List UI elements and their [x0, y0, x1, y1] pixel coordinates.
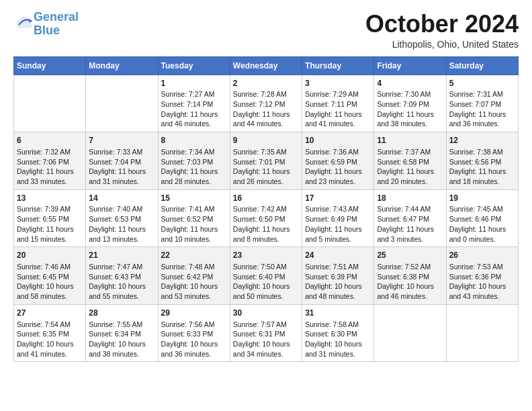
day-number: 7 [89, 135, 154, 146]
day-number: 28 [89, 308, 154, 319]
weekday-header-row: SundayMondayTuesdayWednesdayThursdayFrid… [14, 56, 519, 75]
day-number: 1 [161, 78, 227, 89]
calendar-day-cell: 19Sunrise: 7:45 AM Sunset: 6:46 PM Dayli… [446, 189, 518, 247]
day-detail: Sunrise: 7:36 AM Sunset: 6:59 PM Dayligh… [305, 147, 371, 187]
day-number: 5 [449, 78, 515, 89]
calendar-day-cell: 2Sunrise: 7:28 AM Sunset: 7:12 PM Daylig… [230, 75, 302, 132]
day-detail: Sunrise: 7:43 AM Sunset: 6:49 PM Dayligh… [305, 204, 371, 244]
day-detail: Sunrise: 7:32 AM Sunset: 7:06 PM Dayligh… [17, 147, 83, 187]
calendar-day-cell: 17Sunrise: 7:43 AM Sunset: 6:49 PM Dayli… [302, 189, 374, 247]
calendar-day-cell [86, 75, 158, 132]
calendar-day-cell [14, 75, 86, 132]
day-detail: Sunrise: 7:28 AM Sunset: 7:12 PM Dayligh… [233, 89, 299, 129]
day-detail: Sunrise: 7:27 AM Sunset: 7:14 PM Dayligh… [161, 89, 227, 129]
location: Lithopolis, Ohio, United States [365, 39, 519, 50]
weekday-header: Saturday [446, 56, 518, 75]
day-detail: Sunrise: 7:42 AM Sunset: 6:50 PM Dayligh… [233, 204, 299, 244]
calendar-day-cell: 23Sunrise: 7:50 AM Sunset: 6:40 PM Dayli… [230, 247, 302, 305]
day-detail: Sunrise: 7:52 AM Sunset: 6:38 PM Dayligh… [377, 262, 443, 302]
calendar-day-cell: 8Sunrise: 7:34 AM Sunset: 7:03 PM Daylig… [158, 132, 230, 190]
day-detail: Sunrise: 7:58 AM Sunset: 6:30 PM Dayligh… [305, 320, 371, 359]
calendar-day-cell: 4Sunrise: 7:30 AM Sunset: 7:09 PM Daylig… [374, 75, 446, 132]
weekday-header: Friday [374, 56, 446, 75]
day-number: 10 [305, 135, 371, 146]
page: General Blue October 2024 Lithopolis, Oh… [0, 0, 532, 373]
day-number: 9 [233, 135, 299, 146]
day-number: 3 [305, 78, 371, 89]
day-number: 21 [89, 250, 154, 261]
logo-icon [15, 13, 34, 32]
day-detail: Sunrise: 7:35 AM Sunset: 7:01 PM Dayligh… [233, 147, 299, 187]
header: General Blue October 2024 Lithopolis, Oh… [13, 11, 519, 50]
day-detail: Sunrise: 7:33 AM Sunset: 7:04 PM Dayligh… [89, 147, 154, 187]
day-detail: Sunrise: 7:46 AM Sunset: 6:45 PM Dayligh… [17, 262, 83, 302]
calendar-week-row: 20Sunrise: 7:46 AM Sunset: 6:45 PM Dayli… [14, 247, 519, 305]
day-number: 30 [233, 308, 299, 319]
calendar-day-cell: 31Sunrise: 7:58 AM Sunset: 6:30 PM Dayli… [302, 304, 374, 362]
day-detail: Sunrise: 7:53 AM Sunset: 6:36 PM Dayligh… [449, 262, 515, 302]
day-detail: Sunrise: 7:30 AM Sunset: 7:09 PM Dayligh… [377, 89, 443, 129]
day-number: 18 [377, 193, 443, 204]
calendar-day-cell: 13Sunrise: 7:39 AM Sunset: 6:55 PM Dayli… [14, 189, 86, 247]
day-detail: Sunrise: 7:56 AM Sunset: 6:33 PM Dayligh… [161, 320, 227, 359]
day-number: 8 [161, 135, 227, 146]
day-detail: Sunrise: 7:29 AM Sunset: 7:11 PM Dayligh… [305, 89, 371, 129]
calendar-day-cell: 25Sunrise: 7:52 AM Sunset: 6:38 PM Dayli… [374, 247, 446, 305]
calendar-day-cell: 24Sunrise: 7:51 AM Sunset: 6:39 PM Dayli… [302, 247, 374, 305]
day-number: 31 [305, 308, 371, 319]
day-detail: Sunrise: 7:39 AM Sunset: 6:55 PM Dayligh… [17, 204, 83, 244]
calendar-day-cell: 6Sunrise: 7:32 AM Sunset: 7:06 PM Daylig… [14, 132, 86, 190]
day-detail: Sunrise: 7:40 AM Sunset: 6:53 PM Dayligh… [89, 204, 154, 244]
day-number: 15 [161, 193, 227, 204]
day-number: 12 [449, 135, 515, 146]
day-detail: Sunrise: 7:54 AM Sunset: 6:35 PM Dayligh… [17, 320, 83, 359]
day-number: 26 [449, 250, 515, 261]
calendar-day-cell: 9Sunrise: 7:35 AM Sunset: 7:01 PM Daylig… [230, 132, 302, 190]
day-number: 22 [161, 250, 227, 261]
day-number: 27 [17, 308, 83, 319]
calendar-day-cell: 16Sunrise: 7:42 AM Sunset: 6:50 PM Dayli… [230, 189, 302, 247]
calendar-day-cell: 11Sunrise: 7:37 AM Sunset: 6:58 PM Dayli… [374, 132, 446, 190]
calendar-week-row: 6Sunrise: 7:32 AM Sunset: 7:06 PM Daylig… [14, 132, 519, 190]
calendar-day-cell [446, 304, 518, 362]
month-title: October 2024 [365, 11, 519, 38]
calendar-day-cell: 12Sunrise: 7:38 AM Sunset: 6:56 PM Dayli… [446, 132, 518, 190]
day-number: 29 [161, 308, 227, 319]
calendar-day-cell: 3Sunrise: 7:29 AM Sunset: 7:11 PM Daylig… [302, 75, 374, 132]
calendar-week-row: 27Sunrise: 7:54 AM Sunset: 6:35 PM Dayli… [14, 304, 519, 362]
calendar-day-cell: 10Sunrise: 7:36 AM Sunset: 6:59 PM Dayli… [302, 132, 374, 190]
calendar-day-cell: 29Sunrise: 7:56 AM Sunset: 6:33 PM Dayli… [158, 304, 230, 362]
calendar-day-cell: 30Sunrise: 7:57 AM Sunset: 6:31 PM Dayli… [230, 304, 302, 362]
weekday-header: Sunday [14, 56, 86, 75]
day-detail: Sunrise: 7:47 AM Sunset: 6:43 PM Dayligh… [89, 262, 154, 302]
calendar-day-cell: 18Sunrise: 7:44 AM Sunset: 6:47 PM Dayli… [374, 189, 446, 247]
day-detail: Sunrise: 7:31 AM Sunset: 7:07 PM Dayligh… [449, 89, 515, 129]
day-detail: Sunrise: 7:48 AM Sunset: 6:42 PM Dayligh… [161, 262, 227, 302]
logo-general: General [34, 10, 79, 24]
calendar-week-row: 1Sunrise: 7:27 AM Sunset: 7:14 PM Daylig… [14, 75, 519, 132]
calendar-day-cell: 22Sunrise: 7:48 AM Sunset: 6:42 PM Dayli… [158, 247, 230, 305]
calendar-day-cell: 27Sunrise: 7:54 AM Sunset: 6:35 PM Dayli… [14, 304, 86, 362]
day-detail: Sunrise: 7:50 AM Sunset: 6:40 PM Dayligh… [233, 262, 299, 302]
day-detail: Sunrise: 7:38 AM Sunset: 6:56 PM Dayligh… [449, 147, 515, 187]
calendar-day-cell: 5Sunrise: 7:31 AM Sunset: 7:07 PM Daylig… [446, 75, 518, 132]
day-detail: Sunrise: 7:37 AM Sunset: 6:58 PM Dayligh… [377, 147, 443, 187]
day-number: 13 [17, 193, 83, 204]
day-number: 17 [305, 193, 371, 204]
weekday-header: Thursday [302, 56, 374, 75]
day-detail: Sunrise: 7:44 AM Sunset: 6:47 PM Dayligh… [377, 204, 443, 244]
weekday-header: Wednesday [230, 56, 302, 75]
day-number: 20 [17, 250, 83, 261]
calendar-day-cell [374, 304, 446, 362]
day-number: 6 [17, 135, 83, 146]
calendar-day-cell: 15Sunrise: 7:41 AM Sunset: 6:52 PM Dayli… [158, 189, 230, 247]
day-detail: Sunrise: 7:55 AM Sunset: 6:34 PM Dayligh… [89, 320, 154, 359]
calendar-day-cell: 14Sunrise: 7:40 AM Sunset: 6:53 PM Dayli… [86, 189, 158, 247]
day-number: 19 [449, 193, 515, 204]
day-number: 11 [377, 135, 443, 146]
day-number: 25 [377, 250, 443, 261]
title-block: October 2024 Lithopolis, Ohio, United St… [365, 11, 519, 50]
day-detail: Sunrise: 7:34 AM Sunset: 7:03 PM Dayligh… [161, 147, 227, 187]
calendar-day-cell: 1Sunrise: 7:27 AM Sunset: 7:14 PM Daylig… [158, 75, 230, 132]
day-detail: Sunrise: 7:41 AM Sunset: 6:52 PM Dayligh… [161, 204, 227, 244]
